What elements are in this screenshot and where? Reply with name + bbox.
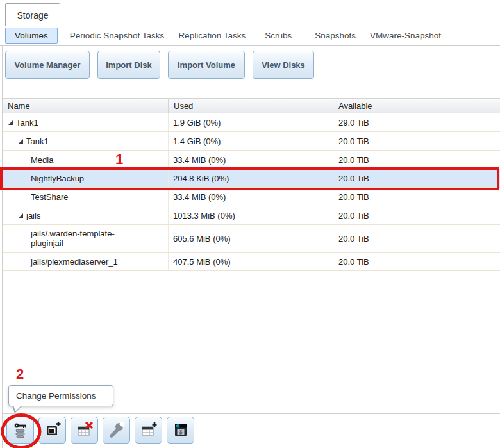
available-cell: 20.0 TiB [333,253,500,270]
storage-page: Storage Volumes Periodic Snapshot Tasks … [0,0,500,448]
column-header-available[interactable]: Available [333,99,500,113]
import-disk-button[interactable]: Import Disk [97,51,160,79]
change-permissions-button[interactable] [6,417,34,444]
available-cell: 29.0 TiB [333,113,500,131]
table-row-tank1[interactable]: Tank1 1.9 GiB (0%) 29.0 TiB [3,113,500,132]
subtab-periodic-snapshot-tasks[interactable]: Periodic Snapshot Tasks [63,31,172,40]
name-cell: NightlyBackup [3,169,169,187]
name-cell: jails [3,206,169,224]
used-cell: 1013.3 MiB (0%) [169,206,333,224]
available-cell: 20.0 TiB [333,132,500,150]
used-cell: 407.5 MiB (0%) [169,253,333,270]
table-row-nightlybackup[interactable]: NightlyBackup 204.8 KiB (0%) 20.0 TiB [3,169,500,188]
used-cell: 33.4 MiB (0%) [169,188,333,206]
table-row-jails[interactable]: jails 1013.3 MiB (0%) 20.0 TiB [3,206,500,225]
row-name: Media [31,155,53,165]
column-header-used[interactable]: Used [169,99,333,113]
volume-actions-bar: Volume Manager Import Disk Import Volume… [5,51,314,79]
subtab-scrubs[interactable]: Scrubs [258,31,299,40]
name-cell: TestShare [3,188,169,206]
name-cell: Media [3,151,169,169]
tooltip-text: Change Permissions [16,391,96,401]
wrench-icon [108,421,126,439]
row-name: Tank1 [26,137,49,146]
column-header-name[interactable]: Name [3,99,169,113]
row-name: jails/plexmediaserver_1 [31,257,118,267]
table-row-tank1-dataset[interactable]: Tank1 1.4 GiB (0%) 20.0 TiB [3,132,500,151]
row-name: jails [26,211,40,220]
available-cell: 20.0 TiB [333,188,500,206]
used-cell: 605.6 MiB (0%) [169,225,333,252]
volume-manager-button[interactable]: Volume Manager [5,51,90,79]
row-name: jails/.warden-template-pluginjail [31,229,140,248]
volumes-tree-grid: Name Used Available Tank1 1.9 GiB (0%) 2… [3,98,500,271]
name-cell: Tank1 [3,132,169,150]
available-cell: 20.0 TiB [333,169,500,187]
snapshot-table-icon [172,421,190,439]
create-dataset-icon [44,421,62,439]
bottom-toolbar-divider [3,413,500,414]
destroy-dataset-button[interactable] [71,417,98,444]
annotation-step-2: 2 [16,366,24,383]
available-cell: 20.0 TiB [333,151,500,169]
tab-storage-label: Storage [17,10,48,21]
create-zvol-button[interactable] [135,417,162,444]
available-cell: 20.0 TiB [333,206,500,224]
subtab-vmware-snapshot[interactable]: VMware-Snapshot [363,31,448,40]
table-row-media[interactable]: Media 33.4 MiB (0%) 20.0 TiB [3,151,500,169]
used-cell: 1.9 GiB (0%) [169,113,333,131]
destroy-dataset-icon [76,421,94,439]
row-name: NightlyBackup [31,174,84,183]
change-permissions-tooltip: Change Permissions [8,385,113,406]
subtab-snapshots[interactable]: Snapshots [308,31,363,40]
used-cell: 33.4 MiB (0%) [169,151,333,169]
available-cell: 20.0 TiB [333,225,500,252]
used-cell: 1.4 GiB (0%) [169,132,333,150]
subtab-volumes[interactable]: Volumes [5,28,58,44]
table-row-plexmediaserver[interactable]: jails/plexmediaserver_1 407.5 MiB (0%) 2… [3,253,500,271]
permissions-key-icon [12,421,29,439]
annotation-step-1: 1 [115,151,123,168]
grid-header: Name Used Available [3,98,500,113]
create-zvol-icon [140,421,158,439]
snapshot-button[interactable] [167,417,194,444]
view-disks-button[interactable]: View Disks [253,51,314,79]
dataset-toolbar [6,417,194,444]
tree-expander-icon[interactable] [19,213,23,218]
name-cell: Tank1 [3,113,169,131]
tree-expander-icon[interactable] [8,120,13,125]
tree-expander-icon[interactable] [19,139,23,144]
row-name: Tank1 [16,118,38,128]
subtab-bar: Volumes Periodic Snapshot Tasks Replicat… [0,26,500,46]
row-name: TestShare [31,192,69,202]
create-dataset-button[interactable] [38,417,66,444]
tab-storage[interactable]: Storage [5,3,60,26]
table-row-testshare[interactable]: TestShare 33.4 MiB (0%) 20.0 TiB [3,188,500,206]
edit-options-button[interactable] [103,417,130,444]
import-volume-button[interactable]: Import Volume [168,51,245,79]
name-cell: jails/plexmediaserver_1 [3,253,169,270]
subtab-replication-tasks[interactable]: Replication Tasks [171,31,253,40]
name-cell: jails/.warden-template-pluginjail [3,225,169,252]
table-row-warden-template[interactable]: jails/.warden-template-pluginjail 605.6 … [3,225,500,253]
used-cell: 204.8 KiB (0%) [169,169,333,187]
